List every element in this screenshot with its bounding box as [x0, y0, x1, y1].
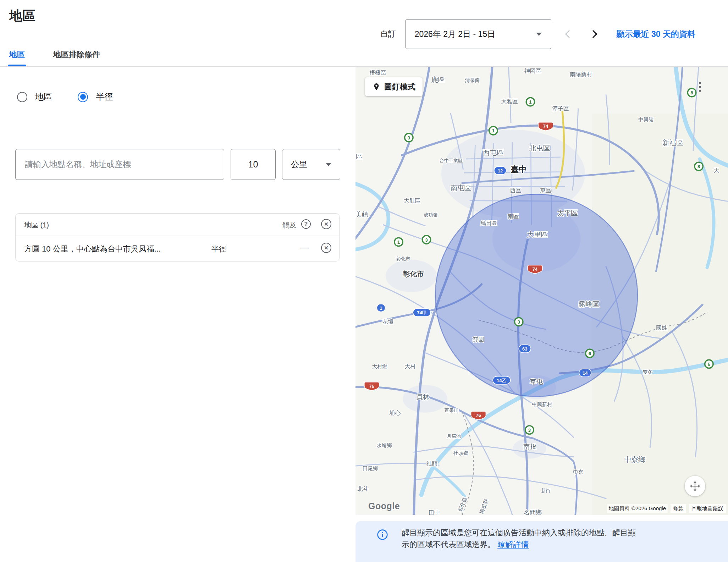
map-label: 埔心: [389, 410, 401, 416]
map-label: 名間鄉: [524, 509, 542, 515]
route-shield: 1: [377, 304, 385, 312]
tab-location-exclusions[interactable]: 地區排除條件: [53, 49, 100, 66]
map-label: 雙冬: [642, 369, 653, 375]
map-label: 田中: [429, 509, 440, 515]
learn-more-link[interactable]: 瞭解詳情: [497, 540, 529, 549]
show-recent-data-link[interactable]: 顯示最近 30 天的資料: [617, 29, 695, 40]
pan-arrows-icon: [690, 481, 700, 491]
svg-text:6: 6: [589, 351, 591, 356]
map-label: 草屯: [530, 378, 543, 385]
chevron-down-icon: [536, 33, 542, 36]
map-label: 西區: [510, 187, 521, 193]
map-label: 國姓: [656, 325, 667, 331]
map-label: 烏日區: [480, 220, 497, 226]
map-options-menu-icon[interactable]: [699, 82, 701, 92]
tab-location[interactable]: 地區: [9, 49, 25, 66]
svg-text:74甲: 74甲: [417, 310, 427, 315]
location-row: 方圓 10 公里，中心點為台中市吳凤福... 半徑 — ✕: [16, 236, 339, 261]
map-label: 社頭鄉: [453, 450, 468, 456]
svg-text:3: 3: [518, 319, 520, 325]
map-label: 潭子區: [552, 105, 569, 111]
svg-text:12: 12: [498, 168, 503, 173]
map-label: 北斗: [357, 486, 369, 492]
route-shield: 1: [526, 98, 535, 106]
map-label: 美鎮: [355, 210, 369, 218]
location-settings-panel: 地區 半徑 公里 地區 (1) 觸及 ? ✕ 方圓 10 公里，中心點為台中市吳…: [0, 67, 355, 562]
route-shield: 6: [705, 360, 713, 368]
map-label: 天: [713, 167, 719, 173]
svg-text:6: 6: [708, 362, 710, 367]
map-label: 成功嶺: [424, 212, 437, 217]
map-label: 台中工業區: [440, 158, 463, 163]
map-label: 神岡區: [524, 68, 541, 74]
date-range-value: 2026年 2月 2日 - 15日: [415, 29, 496, 40]
radio-radius[interactable]: [78, 92, 88, 102]
route-shield: 63: [519, 345, 531, 353]
radius-circle-overlay[interactable]: [435, 194, 638, 396]
map-area[interactable]: 31131366388747476761274甲1631414乙梧棲區鹿區清泉崗…: [355, 67, 728, 515]
pin-mode-button[interactable]: 圖釘模式: [365, 77, 423, 96]
map-label: 大肚區: [404, 198, 420, 204]
pin-mode-label: 圖釘模式: [384, 82, 415, 92]
selected-locations-card: 地區 (1) 觸及 ? ✕ 方圓 10 公里，中心點為台中市吳凤福... 半徑 …: [15, 213, 340, 261]
svg-text:14: 14: [583, 370, 588, 376]
route-shield: 74甲: [413, 309, 431, 316]
remove-location-button[interactable]: ✕: [321, 243, 331, 253]
map-label: 臺中: [511, 165, 526, 174]
radio-radius-label: 半徑: [96, 91, 113, 103]
route-shield: 6: [586, 349, 594, 358]
route-shield: 3: [525, 426, 534, 434]
route-shield: 3: [515, 318, 523, 326]
banner-text: 醒目顯示的區域是您可在這個廣告活動中納入或排除的地點。醒目顯示的區域不代表區域邊…: [402, 527, 639, 550]
route-shield: 3: [405, 133, 413, 142]
terms-link[interactable]: 條款: [671, 504, 686, 513]
radio-location[interactable]: [17, 92, 27, 102]
map-label: 南投: [523, 443, 536, 450]
route-shield: 8: [688, 88, 696, 97]
map-label: 百果山: [445, 408, 458, 413]
radio-option-location[interactable]: 地區: [17, 91, 52, 103]
date-range-picker[interactable]: 2026年 2月 2日 - 15日: [405, 19, 551, 49]
map-label: 區: [356, 153, 362, 160]
map-label: 南陽新村: [570, 71, 592, 77]
page-title: 地區: [9, 7, 35, 25]
radius-value-input[interactable]: [231, 149, 276, 180]
help-icon[interactable]: ?: [301, 219, 311, 229]
next-period-button[interactable]: [589, 30, 597, 38]
map-label: 北屯區: [529, 144, 550, 152]
svg-text:14乙: 14乙: [497, 378, 507, 383]
location-search-input[interactable]: [15, 149, 224, 180]
radio-option-radius[interactable]: 半徑: [78, 91, 113, 103]
map-label: 社頭: [426, 461, 438, 467]
svg-text:8: 8: [690, 90, 693, 95]
remove-all-locations-button[interactable]: ✕: [321, 219, 331, 229]
radius-unit-select[interactable]: 公里: [282, 149, 340, 180]
svg-text:76: 76: [369, 384, 375, 389]
location-description: 方圓 10 公里，中心點為台中市吳凤福...: [24, 244, 161, 254]
date-controls: 自訂 2026年 2月 2日 - 15日 顯示最近 30 天的資料: [380, 19, 695, 49]
map-label: 東區: [540, 187, 551, 193]
info-icon: [377, 529, 388, 542]
map-pan-control[interactable]: [685, 476, 705, 496]
svg-text:74: 74: [543, 123, 548, 129]
route-shield: 14乙: [493, 376, 511, 384]
route-shield: 8: [695, 162, 703, 171]
map-label: 南區: [508, 213, 519, 219]
map-label: 永靖鄉: [377, 442, 392, 448]
previous-period-button[interactable]: [565, 30, 573, 38]
map-canvas[interactable]: 31131366388747476761274甲1631414乙梧棲區鹿區清泉崗…: [355, 67, 728, 515]
map-label: 月眉池: [447, 434, 461, 439]
reach-column-label: 觸及: [282, 220, 297, 230]
map-label: 芬園: [473, 336, 484, 342]
radius-input-row: 公里: [15, 149, 340, 180]
location-reach-value: —: [300, 242, 309, 252]
map-label: 西屯區: [483, 149, 504, 156]
route-shield: 12: [494, 167, 506, 175]
report-map-error-link[interactable]: 回報地圖錯誤: [689, 504, 726, 513]
svg-text:1: 1: [492, 128, 495, 133]
map-label: 新街: [541, 488, 550, 493]
svg-text:8: 8: [697, 164, 700, 169]
map-label: 中寮鄉: [624, 456, 645, 463]
radio-location-label: 地區: [35, 91, 52, 103]
map-pin-icon: [372, 83, 381, 91]
